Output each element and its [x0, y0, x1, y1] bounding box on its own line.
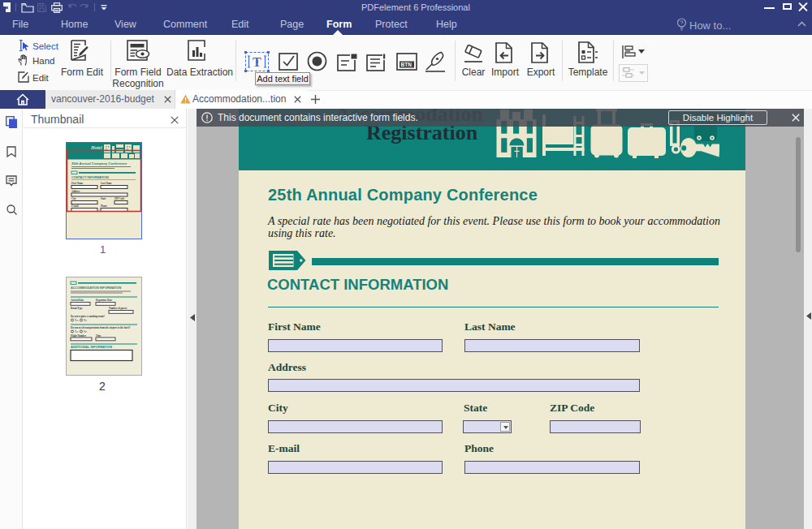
svg-text:25th Annual Company Conference: 25th Annual Company Conference [71, 161, 127, 166]
svg-text:T: T [253, 55, 261, 69]
svg-text:ACCOMMODATION INFORMATION: ACCOMMODATION INFORMATION [71, 286, 122, 290]
svg-text:Room Type: Room Type [71, 307, 83, 310]
svg-text:Address: Address [71, 190, 80, 193]
svg-text:Do you require a smoking room?: Do you require a smoking room? [71, 315, 106, 318]
svg-text:Last Name: Last Name [101, 182, 113, 185]
svg-text:BTN: BTN [401, 62, 412, 67]
svg-text:First Name: First Name [71, 182, 84, 185]
svg-text:Departure Date: Departure Date [96, 299, 113, 302]
svg-text:No: No [84, 319, 87, 322]
svg-text:ADDITIONAL INFORMATION: ADDITIONAL INFORMATION [71, 346, 112, 349]
svg-text:Flight Number: Flight Number [71, 334, 87, 338]
svg-text:State: State [101, 197, 106, 200]
svg-text:City: City [71, 197, 76, 200]
svg-text:Arrival Date: Arrival Date [71, 299, 84, 302]
svg-text:Do you need transportation fro: Do you need transportation from the airp… [71, 326, 131, 329]
svg-text:Number of guests: Number of guests [109, 307, 127, 310]
svg-text:Phone: Phone [101, 204, 108, 208]
svg-text:ZIP Code: ZIP Code [114, 197, 125, 200]
svg-text:Time: Time [96, 334, 102, 338]
svg-text:CONTACT INFORMATION: CONTACT INFORMATION [71, 176, 109, 179]
svg-text:Hotel: Hotel [90, 145, 102, 150]
svg-text:No: No [84, 330, 87, 333]
svg-text:E-mail: E-mail [71, 204, 79, 208]
